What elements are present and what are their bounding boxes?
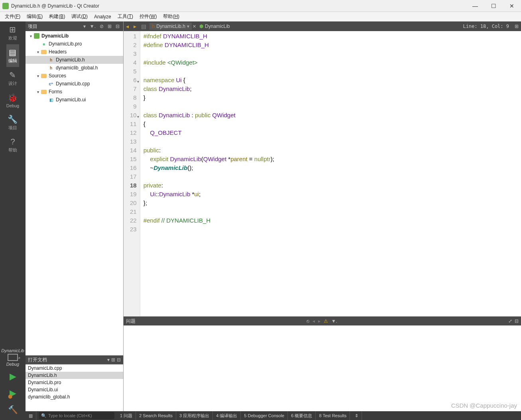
code-line[interactable]: Q_OBJECT <box>144 128 274 137</box>
code-line[interactable]: #include <QWidget> <box>144 58 274 67</box>
line-number[interactable]: 3 <box>130 49 137 58</box>
line-number[interactable]: 17 <box>130 172 137 181</box>
code-line[interactable]: public: <box>144 146 274 155</box>
code-line[interactable]: Ui::DynamicLib *ui; <box>144 190 274 199</box>
tree-node[interactable]: ▾Headers <box>26 48 123 56</box>
chevron-down-icon[interactable]: ▾ <box>187 24 189 29</box>
output-selector-icon[interactable]: ⇕ <box>352 411 362 420</box>
code-line[interactable]: { <box>144 120 274 128</box>
pane-dropdown-icon[interactable]: ▾ <box>82 24 87 29</box>
code-line[interactable] <box>144 102 274 111</box>
line-number[interactable]: 13 <box>130 137 137 146</box>
filter-icon[interactable]: ⎋ <box>307 318 309 324</box>
maximize-button[interactable]: ☐ <box>484 0 503 12</box>
line-number[interactable]: 22 <box>130 216 137 225</box>
line-number[interactable]: 14 <box>130 146 137 155</box>
build-button[interactable]: 🔨 <box>8 405 18 414</box>
line-number[interactable]: 16 <box>130 164 137 172</box>
mode-帮助[interactable]: ?帮助 <box>6 134 19 156</box>
output-tab[interactable]: 5 Debugger Console <box>241 411 288 420</box>
code-line[interactable]: }; <box>144 199 274 207</box>
split-editor-icon[interactable]: ⊞ <box>512 24 521 29</box>
output-tab[interactable]: 1 问题 <box>117 411 136 420</box>
line-number[interactable]: 1 <box>130 32 137 41</box>
open-doc-item[interactable]: DynamicLib.cpp <box>26 365 123 372</box>
line-number[interactable]: 8 <box>130 93 137 102</box>
code-line[interactable] <box>144 172 274 181</box>
tree-node[interactable]: hdynamiclib_global.h <box>26 64 123 72</box>
code-line[interactable]: #define DYNAMICLIB_H <box>144 41 274 49</box>
nav-next-icon[interactable]: ▸ <box>318 318 320 324</box>
line-number[interactable]: 4 <box>130 58 137 67</box>
file-tab[interactable]: h DynamicLib.h ▾ <box>149 23 192 30</box>
code-content[interactable]: #ifndef DYNAMICLIB_H#define DYNAMICLIB_H… <box>140 31 277 316</box>
menu-item[interactable]: 构建(B) <box>46 12 68 21</box>
output-tab[interactable]: 8 Test Results <box>316 411 350 420</box>
line-number[interactable]: 18 <box>130 181 137 190</box>
code-line[interactable]: } <box>144 93 274 102</box>
target-tab[interactable]: ⬢ DynamicLib <box>197 23 232 30</box>
line-number[interactable]: 7 <box>130 85 137 93</box>
line-number[interactable]: 20 <box>130 199 137 207</box>
tree-node[interactable]: ■DynamicLib.pro <box>26 40 123 48</box>
open-doc-item[interactable]: DynamicLib.h <box>26 372 123 379</box>
line-number[interactable]: 15 <box>130 155 137 164</box>
run-debug-button[interactable]: ▶⬤ <box>10 388 16 398</box>
code-line[interactable] <box>144 225 274 234</box>
code-line[interactable]: private: <box>144 181 274 190</box>
project-tree[interactable]: ▾DynamicLib■DynamicLib.pro▾HeadershDynam… <box>26 31 123 355</box>
mode-项目[interactable]: 🔧项目 <box>6 111 19 134</box>
toggle-sidebar-button[interactable]: ▥ <box>26 411 36 420</box>
code-line[interactable]: #ifndef DYNAMICLIB_H <box>144 32 274 41</box>
menu-item[interactable]: 控件(W) <box>136 12 160 21</box>
issues-list[interactable] <box>124 325 521 411</box>
line-number[interactable]: 2 <box>130 41 137 49</box>
nav-prev-icon[interactable]: ◂ <box>313 318 315 324</box>
open-doc-item[interactable]: DynamicLib.pro <box>26 379 123 386</box>
code-editor[interactable]: 123456▾78910▾11121314151617181920212223 … <box>124 31 521 316</box>
line-number[interactable]: 23 <box>130 225 137 234</box>
line-number[interactable]: 19 <box>130 190 137 199</box>
nav-back-button[interactable]: ◂ <box>124 23 131 30</box>
line-number[interactable]: 11 <box>130 120 137 128</box>
code-line[interactable]: ~DynamicLib(); <box>144 164 274 172</box>
code-line[interactable] <box>144 207 274 216</box>
tab-close-icon[interactable]: ✕ <box>193 24 196 29</box>
close-button[interactable]: ✕ <box>503 0 521 12</box>
mode-设计[interactable]: ✎设计 <box>6 67 19 90</box>
line-number[interactable]: 9 <box>130 102 137 111</box>
menu-item[interactable]: 工具(T) <box>114 12 136 21</box>
close-pane-icon[interactable]: ⊟ <box>117 357 121 363</box>
locator-input[interactable]: 🔍 Type to locate (Ctrl+K) <box>39 412 114 419</box>
menu-item[interactable]: 帮助(H) <box>160 12 183 21</box>
menu-item[interactable]: 文件(F) <box>2 12 24 21</box>
output-tab[interactable]: 2 Search Results <box>136 411 176 420</box>
output-tab[interactable]: 4 编译输出 <box>213 411 241 420</box>
code-line[interactable]: explicit DynamicLib(QWidget *parent = nu… <box>144 155 274 164</box>
nav-forward-button[interactable]: ▸ <box>131 23 139 30</box>
line-col-indicator[interactable]: Line: 18, Col: 9 <box>460 24 512 29</box>
mode-Debug[interactable]: 🐞Debug <box>6 90 19 111</box>
code-line[interactable] <box>144 49 274 58</box>
output-tab[interactable]: 6 概要信息 <box>288 411 316 420</box>
tree-node[interactable]: ▾Sources <box>26 72 123 80</box>
line-number-gutter[interactable]: 123456▾78910▾11121314151617181920212223 <box>124 31 140 316</box>
mode-编辑[interactable]: ▤编辑 <box>6 44 19 67</box>
nav-menu-button[interactable]: ▤ <box>139 23 149 30</box>
tree-node[interactable]: hDynamicLib.h <box>26 56 123 64</box>
menu-item[interactable]: Analyze <box>91 13 114 20</box>
run-button[interactable]: ▶ <box>10 371 16 382</box>
line-number[interactable]: 12 <box>130 128 137 137</box>
line-number[interactable]: 6▾ <box>130 76 137 85</box>
warning-icon[interactable]: ⚠ <box>324 318 328 324</box>
add-split-icon[interactable]: ⊞ <box>111 357 115 363</box>
code-line[interactable]: class DynamicLib; <box>144 85 274 93</box>
open-doc-item[interactable]: DynamicLib.ui <box>26 386 123 393</box>
open-doc-item[interactable]: dynamiclib_global.h <box>26 393 123 400</box>
kit-selector[interactable]: DynamicLib Debug <box>1 347 24 368</box>
menu-item[interactable]: 调试(D) <box>68 12 91 21</box>
pane-dropdown-icon[interactable]: ▾ <box>107 357 110 363</box>
menu-item[interactable]: 编辑(E) <box>24 12 46 21</box>
line-number[interactable]: 21 <box>130 207 137 216</box>
tree-node[interactable]: ◧DynamicLib.ui <box>26 96 123 104</box>
